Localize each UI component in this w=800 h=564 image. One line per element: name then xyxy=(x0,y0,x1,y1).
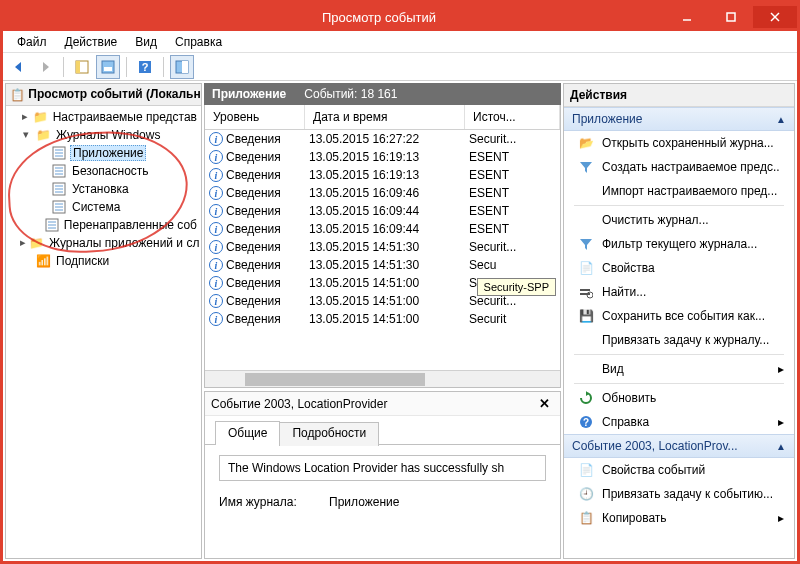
action-properties[interactable]: 📄Свойства xyxy=(564,256,794,280)
tree-application[interactable]: Приложение xyxy=(6,144,201,162)
log-name-label: Имя журнала: xyxy=(219,495,309,509)
tab-general[interactable]: Общие xyxy=(215,421,280,445)
action-view[interactable]: Вид▸ xyxy=(564,357,794,381)
forward-button[interactable] xyxy=(33,55,57,79)
tree-subscriptions[interactable]: 📶Подписки xyxy=(6,252,201,270)
section-application[interactable]: Приложение▲ xyxy=(564,107,794,131)
action-import-custom-view[interactable]: Импорт настраиваемого пред... xyxy=(564,179,794,203)
tree-setup[interactable]: Установка xyxy=(6,180,201,198)
table-row[interactable]: iСведения13.05.2015 16:19:13ESENT xyxy=(205,166,560,184)
table-row[interactable]: iСведения13.05.2015 14:51:30Secu xyxy=(205,256,560,274)
log-icon xyxy=(45,217,59,233)
minimize-button[interactable] xyxy=(665,6,709,28)
info-icon: i xyxy=(209,240,223,254)
action-attach-task-event[interactable]: 🕘Привязать задачу к событию... xyxy=(564,482,794,506)
col-source[interactable]: Источ... xyxy=(465,105,560,129)
folder-icon: 📁 xyxy=(29,235,44,251)
table-row[interactable]: iСведения13.05.2015 16:09:44ESENT xyxy=(205,220,560,238)
action-find[interactable]: Найти... xyxy=(564,280,794,304)
actions-title: Действия xyxy=(564,84,794,107)
action-copy[interactable]: 📋Копировать▸ xyxy=(564,506,794,530)
action-open-saved-log[interactable]: 📂Открыть сохраненный журна... xyxy=(564,131,794,155)
info-icon: i xyxy=(209,150,223,164)
find-icon xyxy=(578,284,594,300)
svg-text:?: ? xyxy=(142,61,149,73)
chevron-up-icon: ▲ xyxy=(776,441,786,452)
clear-icon xyxy=(578,212,594,228)
filter-icon xyxy=(578,236,594,252)
close-button[interactable] xyxy=(753,6,797,28)
table-row[interactable]: iСведения13.05.2015 14:51:30Securit... xyxy=(205,238,560,256)
toggle-preview-button[interactable] xyxy=(96,55,120,79)
tree-forwarded[interactable]: Перенаправленные соб xyxy=(6,216,201,234)
action-create-custom-view[interactable]: Создать настраиваемое предс.. xyxy=(564,155,794,179)
action-help[interactable]: ?Справка▸ xyxy=(564,410,794,434)
log-icon xyxy=(51,163,67,179)
menu-view[interactable]: Вид xyxy=(127,33,165,51)
details-close-button[interactable]: ✕ xyxy=(535,396,554,411)
show-tree-button[interactable] xyxy=(70,55,94,79)
tree-apps-logs[interactable]: ▸📁Журналы приложений и сл xyxy=(6,234,201,252)
action-event-properties[interactable]: 📄Свойства событий xyxy=(564,458,794,482)
tooltip: Security-SPP xyxy=(477,278,556,296)
grid-count: Событий: 18 161 xyxy=(304,87,397,101)
info-icon: i xyxy=(209,222,223,236)
back-button[interactable] xyxy=(7,55,31,79)
toggle-actions-button[interactable] xyxy=(170,55,194,79)
table-row[interactable]: iСведения13.05.2015 16:09:44ESENT xyxy=(205,202,560,220)
tree-windows-logs[interactable]: ▾📁Журналы Windows xyxy=(6,126,201,144)
col-datetime[interactable]: Дата и время xyxy=(305,105,465,129)
grid-header[interactable]: Уровень Дата и время Источ... xyxy=(205,105,560,130)
log-icon xyxy=(51,145,67,161)
log-name-value: Приложение xyxy=(329,495,399,509)
grid-body[interactable]: iСведения13.05.2015 16:27:22Securit...iС… xyxy=(205,130,560,370)
import-icon xyxy=(578,183,594,199)
task-icon: 🕘 xyxy=(578,486,594,502)
info-icon: i xyxy=(209,204,223,218)
details-title: Событие 2003, LocationProvider xyxy=(211,397,387,411)
info-icon: i xyxy=(209,168,223,182)
log-icon xyxy=(51,199,67,215)
svg-rect-7 xyxy=(104,67,112,71)
tree[interactable]: ▸📁Настраиваемые представ ▾📁Журналы Windo… xyxy=(6,106,201,558)
menu-file[interactable]: Файл xyxy=(9,33,55,51)
table-row[interactable]: iСведения13.05.2015 16:19:13ESENT xyxy=(205,148,560,166)
tree-security[interactable]: Безопасность xyxy=(6,162,201,180)
tree-custom-views[interactable]: ▸📁Настраиваемые представ xyxy=(6,108,201,126)
action-refresh[interactable]: Обновить xyxy=(564,386,794,410)
section-event[interactable]: Событие 2003, LocationProv...▲ xyxy=(564,434,794,458)
filter-new-icon xyxy=(578,159,594,175)
hscrollbar[interactable] xyxy=(205,370,560,387)
maximize-button[interactable] xyxy=(709,6,753,28)
help-button[interactable]: ? xyxy=(133,55,157,79)
chevron-right-icon: ▸ xyxy=(778,362,784,376)
tab-details[interactable]: Подробности xyxy=(279,422,379,446)
svg-rect-33 xyxy=(580,293,590,295)
details-panel: Событие 2003, LocationProvider ✕ Общие П… xyxy=(204,391,561,559)
tree-system[interactable]: Система xyxy=(6,198,201,216)
chevron-up-icon: ▲ xyxy=(776,114,786,125)
table-row[interactable]: iСведения13.05.2015 16:09:46ESENT xyxy=(205,184,560,202)
info-icon: i xyxy=(209,294,223,308)
properties-icon: 📄 xyxy=(578,462,594,478)
svg-text:?: ? xyxy=(583,417,589,428)
save-icon: 💾 xyxy=(578,308,594,324)
col-level[interactable]: Уровень xyxy=(205,105,305,129)
action-save-all-events[interactable]: 💾Сохранить все события как... xyxy=(564,304,794,328)
table-row[interactable]: iСведения13.05.2015 16:27:22Securit... xyxy=(205,130,560,148)
grid-title-bar: Приложение Событий: 18 161 xyxy=(204,83,561,105)
table-row[interactable]: iСведения13.05.2015 14:51:00Securit xyxy=(205,310,560,328)
details-message: The Windows Location Provider has succes… xyxy=(219,455,546,481)
menubar: Файл Действие Вид Справка xyxy=(3,31,797,53)
action-attach-task-log[interactable]: Привязать задачу к журналу... xyxy=(564,328,794,352)
action-filter-log[interactable]: Фильтр текущего журнала... xyxy=(564,232,794,256)
folder-icon: 📁 xyxy=(35,127,51,143)
task-icon xyxy=(578,332,594,348)
menu-action[interactable]: Действие xyxy=(57,33,126,51)
menu-help[interactable]: Справка xyxy=(167,33,230,51)
chevron-right-icon: ▸ xyxy=(778,511,784,525)
view-icon xyxy=(578,361,594,377)
svg-rect-32 xyxy=(580,289,590,291)
action-clear-log[interactable]: Очистить журнал... xyxy=(564,208,794,232)
actions-panel: Действия Приложение▲ 📂Открыть сохраненны… xyxy=(563,83,795,559)
